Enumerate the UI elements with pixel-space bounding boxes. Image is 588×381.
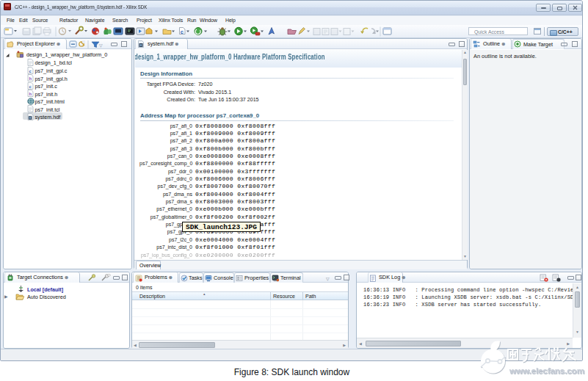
svg-text:c: c xyxy=(181,29,184,35)
svg-text:h: h xyxy=(29,92,32,96)
svg-text:www.elecfans.com: www.elecfans.com xyxy=(509,366,584,376)
svg-text:h: h xyxy=(29,76,32,81)
